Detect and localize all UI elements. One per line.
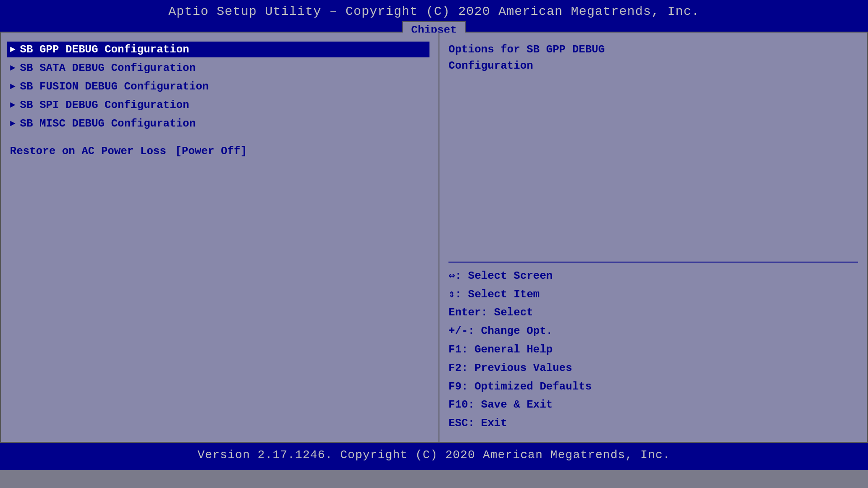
key-change-opt: +/-: Change Opt. [448, 322, 858, 341]
main-content: ► SB GPP DEBUG Configuration ► SB SATA D… [0, 32, 868, 443]
footer-text: Version 2.17.1246. Copyright (C) 2020 Am… [198, 448, 670, 462]
footer: Version 2.17.1246. Copyright (C) 2020 Am… [0, 443, 868, 470]
key-select-screen: ⇔: Select Screen [448, 267, 858, 286]
header-title: Aptio Setup Utility – Copyright (C) 2020… [0, 5, 868, 19]
menu-item-misc[interactable]: ► SB MISC DEBUG Configuration [10, 116, 429, 131]
right-panel: Options for SB GPP DEBUGConfiguration ⇔:… [439, 33, 867, 442]
key-f2: F2: Previous Values [448, 359, 858, 378]
key-enter: Enter: Select [448, 304, 858, 322]
key-select-item: ⇕: Select Item [448, 286, 858, 304]
menu-item-gpp[interactable]: ► SB GPP DEBUG Configuration [7, 42, 429, 57]
menu-item-fusion[interactable]: ► SB FUSION DEBUG Configuration [10, 79, 429, 94]
divider [448, 262, 858, 263]
arrow-icon: ► [10, 44, 15, 55]
key-f10: F10: Save & Exit [448, 396, 858, 414]
key-f1: F1: General Help [448, 341, 858, 359]
help-text: Options for SB GPP DEBUGConfiguration [448, 42, 858, 257]
restore-ac-setting: Restore on AC Power Loss [Power Off] [10, 145, 429, 157]
key-f9: F9: Optimized Defaults [448, 378, 858, 396]
left-panel: ► SB GPP DEBUG Configuration ► SB SATA D… [1, 33, 439, 442]
setting-value[interactable]: [Power Off] [175, 145, 247, 157]
key-help: ⇔: Select Screen ⇕: Select Item Enter: S… [448, 267, 858, 433]
header: Aptio Setup Utility – Copyright (C) 2020… [0, 0, 868, 32]
arrow-icon: ► [10, 81, 15, 92]
arrow-icon: ► [10, 63, 15, 73]
menu-item-sata[interactable]: ► SB SATA DEBUG Configuration [10, 60, 429, 76]
key-esc: ESC: Exit [448, 414, 858, 433]
arrow-icon: ► [10, 118, 15, 129]
menu-item-spi[interactable]: ► SB SPI DEBUG Configuration [10, 97, 429, 113]
arrow-icon: ► [10, 100, 15, 110]
setting-label: Restore on AC Power Loss [10, 145, 166, 157]
